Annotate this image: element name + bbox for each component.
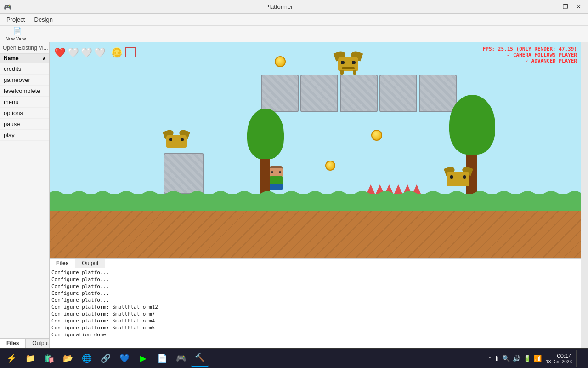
fps-line2: ✓ CAMERA FOLLOWS PLAYER xyxy=(483,52,577,58)
taskbar-terminal-icon[interactable]: ▶ xyxy=(135,350,152,367)
platform-block-1 xyxy=(261,75,299,112)
coin-lower-center xyxy=(325,161,335,171)
tray-wifi[interactable]: 📶 xyxy=(534,355,542,362)
taskbar-vscode-icon[interactable]: 💙 xyxy=(116,350,133,367)
sidebar-item-options[interactable]: options xyxy=(0,108,49,119)
monster-platform xyxy=(164,130,189,152)
log-line-2: Configure platfo... xyxy=(51,276,579,283)
platform-block-5 xyxy=(419,75,457,112)
output-log-panel: Files Output Configure platfo... Configu… xyxy=(50,258,581,348)
system-tray: ^ ⬆ 🔍 🔊 🔋 📶 xyxy=(489,355,542,362)
taskbar-files-icon[interactable]: 📁 xyxy=(22,350,39,367)
menu-bar: Project Design xyxy=(0,14,588,26)
coin-float-1 xyxy=(275,56,286,67)
coin-sprite-2 xyxy=(371,130,382,141)
center-panel: ❤️ 🤍 🤍 🤍 🪙 FPS: 25.15 (ONLY RENDER: 47.3… xyxy=(50,42,581,348)
sidebar-item-menu[interactable]: menu xyxy=(0,97,49,108)
open-existing-views[interactable]: Open Existing Vi... xyxy=(0,42,49,54)
taskbar-platformer-icon[interactable]: 🔨 xyxy=(191,350,209,367)
log-line-10: Configuration done xyxy=(51,331,579,338)
monster-top xyxy=(334,52,362,75)
fps-line1: FPS: 25.15 (ONLY RENDER: 47.39) xyxy=(483,46,577,52)
close-button[interactable]: ✕ xyxy=(572,2,584,12)
sidebar-item-play[interactable]: play xyxy=(0,130,49,141)
monster-p-eye-r xyxy=(181,138,184,141)
monster-leg-left xyxy=(340,70,344,75)
mgr-eye-l xyxy=(450,175,453,179)
mgr-eye-r xyxy=(463,175,466,179)
log-line-9: Configure platform: SmallPlatform5 xyxy=(51,324,579,331)
dirt-pattern xyxy=(50,211,581,258)
tray-sync[interactable]: ⬆ xyxy=(494,355,499,362)
game-canvas[interactable]: ❤️ 🤍 🤍 🤍 🪙 FPS: 25.15 (ONLY RENDER: 47.3… xyxy=(50,42,581,258)
ground-grass xyxy=(50,194,581,212)
sidebar-item-pause[interactable]: pause xyxy=(0,119,49,130)
monster-ground-right xyxy=(445,167,472,190)
right-scrollbar[interactable] xyxy=(581,42,588,348)
log-tab-output[interactable]: Output xyxy=(75,259,105,268)
sidebar-item-gameover[interactable]: gameover xyxy=(0,75,49,86)
new-view-icon: 📄 xyxy=(13,27,22,35)
taskbar-clock[interactable]: 00:14 13 Dec 2023 xyxy=(543,352,575,364)
platform-row-top xyxy=(261,75,457,112)
monster-mouth xyxy=(342,67,355,69)
app-wrapper: 🎮 Platformer — ❐ ✕ Project Design 📄 New … xyxy=(0,0,588,368)
log-line-5: Configure platfo... xyxy=(51,297,579,304)
monster-leg-right xyxy=(353,70,356,75)
new-view-button[interactable]: 📄 New View... xyxy=(3,26,32,42)
monster-eye-right xyxy=(352,61,356,64)
log-line-4: Configure platfo... xyxy=(51,290,579,297)
monster-p-body xyxy=(166,135,187,148)
title-bar-left: 🎮 xyxy=(4,3,11,11)
player-head xyxy=(270,168,283,177)
menu-design[interactable]: Design xyxy=(29,15,57,24)
fps-overlay: FPS: 25.15 (ONLY RENDER: 47.39) ✓ CAMERA… xyxy=(483,46,577,64)
sidebar-item-credits[interactable]: credits xyxy=(0,63,49,75)
monster-p-eye-l xyxy=(169,138,172,141)
taskbar-start-button[interactable]: ⚡ xyxy=(3,350,20,367)
tray-battery[interactable]: 🔋 xyxy=(523,355,531,362)
coin-counter-icon: 🪙 xyxy=(111,47,123,58)
app-logo-icon: 🎮 xyxy=(4,3,11,11)
tab-output[interactable]: Output xyxy=(26,339,50,348)
left-panel: Open Existing Vi... Name ∧ credits gameo… xyxy=(0,42,50,348)
log-content[interactable]: Configure platfo... Configure platfo... … xyxy=(50,268,581,348)
log-tab-row: Files Output xyxy=(50,259,581,268)
taskbar-store-icon[interactable]: 🛍️ xyxy=(40,350,58,367)
taskbar-date: 13 Dec 2023 xyxy=(546,359,572,364)
taskbar-chrome-icon[interactable]: 🌐 xyxy=(78,350,96,367)
sidebar-item-levelcomplete[interactable]: levelcomplete xyxy=(0,86,49,97)
restore-button[interactable]: ❐ xyxy=(560,2,571,12)
heart-empty-1: 🤍 xyxy=(68,47,79,58)
name-header[interactable]: Name ∧ xyxy=(0,54,49,63)
taskbar-explorer-icon[interactable]: 📂 xyxy=(59,350,77,367)
minimize-button[interactable]: — xyxy=(547,2,559,12)
taskbar-notepad-icon[interactable]: 📄 xyxy=(153,350,171,367)
window-title: Platformer xyxy=(11,3,547,10)
log-tab-files[interactable]: Files xyxy=(50,259,75,268)
player xyxy=(268,166,284,190)
platform-ground-left xyxy=(164,153,204,194)
log-line-8: Configure platform: SmallPlatform4 xyxy=(51,317,579,324)
monster-body xyxy=(338,57,358,71)
tray-circle[interactable]: 🔍 xyxy=(502,355,510,362)
taskbar-game-icon[interactable]: 🎮 xyxy=(172,350,190,367)
tab-files[interactable]: Files xyxy=(0,339,26,348)
ground-dirt xyxy=(50,211,581,258)
tray-sound[interactable]: 🔊 xyxy=(513,355,520,362)
tree-right-leaves xyxy=(449,95,495,155)
menu-project[interactable]: Project xyxy=(2,15,29,24)
fps-line3: ✓ ADVANCED PLAYER xyxy=(483,58,577,64)
mgr-body xyxy=(447,172,469,186)
toolbar: 📄 New View... xyxy=(0,26,588,42)
grass-wave-svg xyxy=(50,189,581,196)
heart-empty-3: 🤍 xyxy=(94,47,106,58)
taskbar-network-icon[interactable]: 🔗 xyxy=(97,350,114,367)
app-frame: 🎮 Platformer — ❐ ✕ Project Design 📄 New … xyxy=(0,0,588,348)
score-box xyxy=(125,47,136,58)
tray-caret[interactable]: ^ xyxy=(489,356,491,361)
show-desktop-button[interactable] xyxy=(576,350,585,367)
player-eye-r xyxy=(279,171,281,173)
log-line-3: Configure platfo... xyxy=(51,283,579,290)
coin-mid-right xyxy=(371,130,382,141)
